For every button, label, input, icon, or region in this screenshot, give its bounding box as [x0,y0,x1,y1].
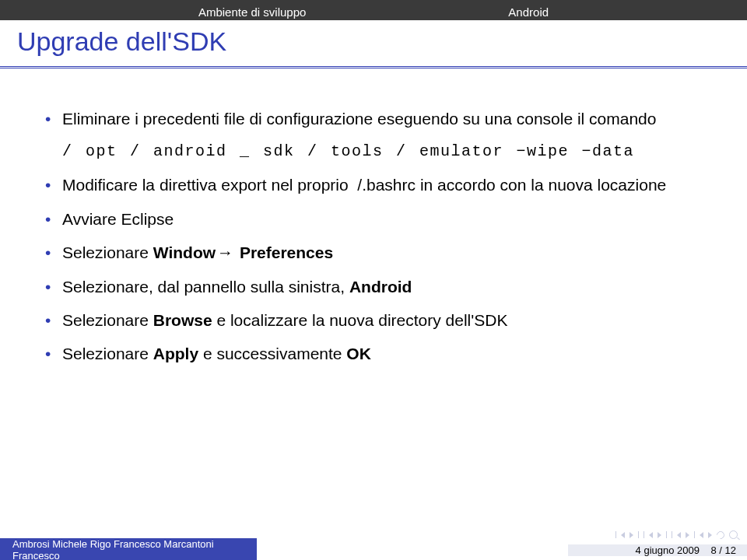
nav-next-sect-icon[interactable] [666,531,667,538]
slide-title: Upgrade dell'SDK [17,26,730,57]
bullet-list: Eliminare i precedenti file di configura… [44,107,703,366]
bold-term: Window [153,243,216,261]
list-item: Selezionare Browse e localizzare la nuov… [44,309,703,331]
page-sep: / [717,544,725,556]
page-current: 8 [710,544,716,556]
bold-term: Apply [153,345,198,362]
nav-first-icon[interactable] [615,531,616,538]
title-area: Upgrade dell'SDK [0,20,747,61]
section-tab-ambiente[interactable]: Ambiente di sviluppo [198,5,306,19]
nav-prev-sect-tri-icon[interactable] [649,532,653,538]
nav-back-icon[interactable] [715,529,726,540]
slide-body: Eliminare i precedenti file di configura… [0,68,747,366]
footer-date: 4 giugno 2009 [568,544,704,556]
bold-term: Android [349,278,412,296]
nav-prev-sect-icon[interactable] [644,531,644,538]
nav-controls [615,530,738,539]
list-item: Modificare la direttiva export nel propr… [44,173,703,196]
nav-search-icon[interactable] [729,530,738,539]
nav-next-icon[interactable] [630,532,633,538]
nav-next-sect-tri-icon[interactable] [658,532,661,538]
nav-frame-next-icon[interactable] [708,532,712,538]
list-item: Selezionare Window→ Preferences [44,241,703,264]
section-tab-android[interactable]: Android [508,5,549,19]
list-item: Selezionare Apply e successivamente OK [44,342,703,365]
list-item: Avviare Eclipse [44,208,703,230]
nav-prev-sub-tri-icon[interactable] [677,532,681,538]
nav-prev-icon[interactable] [621,532,625,538]
bold-term: Browse [153,311,212,329]
code-line: / opt / android _ sdk / tools / emulator… [62,141,703,163]
bold-term: Preferences [240,243,333,261]
list-item: Selezionare, dal pannello sulla sinistra… [44,275,703,298]
arrow-icon: → [216,243,240,261]
footer-page: 8 / 12 [704,544,747,556]
nav-next-sub-icon[interactable] [694,531,695,538]
nav-next-sub-tri-icon[interactable] [686,532,689,538]
nav-last-icon[interactable] [638,531,639,538]
page-total: 12 [725,544,736,556]
list-item: Eliminare i precedenti file di configura… [44,107,703,130]
title-rule-top [0,66,747,67]
bold-term: OK [346,345,371,362]
nav-prev-sub-icon[interactable] [672,531,672,538]
nav-frame-prev-icon[interactable] [700,532,703,538]
section-nav-bar: Ambiente di sviluppo Android [0,0,747,20]
footer-authors: Ambrosi Michele Rigo Francesco Marcanton… [0,538,257,560]
footer-bar: Ambrosi Michele Rigo Francesco Marcanton… [0,540,747,560]
